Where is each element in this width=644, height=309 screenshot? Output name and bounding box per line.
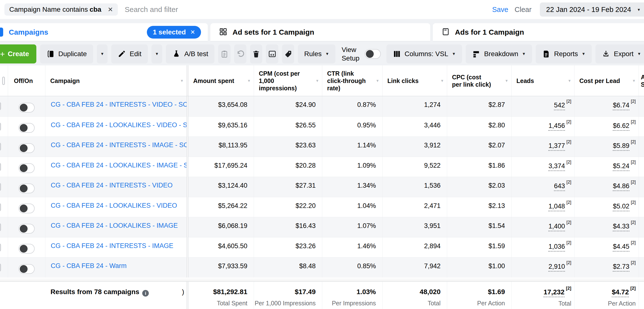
- cost-per-lead-value[interactable]: $4.86: [613, 182, 629, 191]
- tab-campaigns[interactable]: Campaigns 1 selected ✕: [0, 23, 208, 41]
- export-button[interactable]: Export ▼: [596, 45, 644, 64]
- column-header-cpm[interactable]: CPM (cost per 1,000 impressions)▼: [254, 65, 322, 96]
- campaign-link[interactable]: CG - CBA FEB 24 - LOOKALIKES - VIDEO: [51, 202, 177, 209]
- rules-button[interactable]: Rules ▼: [298, 45, 336, 64]
- info-icon[interactable]: i: [142, 290, 149, 296]
- row-checkbox[interactable]: [0, 96, 8, 116]
- cost-per-lead-value[interactable]: $4.45: [613, 243, 629, 252]
- columns-button[interactable]: Columns: VSL ▼: [386, 45, 462, 64]
- sort-icon[interactable]: ▼: [505, 79, 508, 83]
- campaign-link[interactable]: CG - CBA FEB 24 - LOOKALIKES - IMAGE - S…: [51, 162, 186, 169]
- view-setup-toggle[interactable]: [365, 49, 381, 59]
- leads-value[interactable]: 1,400: [548, 223, 565, 231]
- date-range-picker[interactable]: 22 Jan 2024 - 19 Feb 2024 ▼: [540, 3, 644, 17]
- leads-value[interactable]: 1,048: [548, 203, 565, 211]
- leads-value[interactable]: 1,377: [548, 142, 565, 151]
- campaign-link[interactable]: CG - CBA FEB 24 - LOOKALIKES - VIDEO - S…: [51, 121, 186, 129]
- campaign-toggle[interactable]: [18, 123, 35, 133]
- row-checkbox[interactable]: [0, 217, 8, 237]
- window-arrows-button[interactable]: [266, 45, 278, 64]
- sort-icon[interactable]: ▼: [632, 79, 636, 83]
- sort-icon[interactable]: ▼: [316, 79, 319, 83]
- column-header-clipped[interactable]: A S: [639, 65, 644, 96]
- campaign-link[interactable]: CG - CBA FEB 24 - Warm: [51, 262, 126, 269]
- reports-button[interactable]: Reports ▼: [536, 45, 592, 64]
- sort-icon[interactable]: ▼: [568, 79, 571, 83]
- campaign-toggle[interactable]: [18, 184, 35, 193]
- column-label: Cost per Lead: [579, 77, 620, 85]
- select-all-checkbox[interactable]: [0, 65, 8, 96]
- row-checkbox[interactable]: [0, 237, 8, 257]
- leads-value[interactable]: 1,456: [548, 122, 565, 131]
- filter-chip[interactable]: Campaign Name contains cba ✕: [4, 4, 118, 16]
- clear-filter-button[interactable]: Clear: [515, 6, 532, 14]
- leads-value[interactable]: 1,036: [548, 243, 565, 252]
- cost-per-lead-value[interactable]: $6.74: [613, 102, 629, 110]
- campaign-link[interactable]: CG - CBA FEB 24 - INTERESTS - VIDEO: [51, 182, 173, 189]
- save-filter-button[interactable]: Save: [492, 6, 508, 14]
- cost-per-lead-value[interactable]: $2.73: [613, 263, 629, 272]
- campaign-toggle[interactable]: [18, 264, 35, 274]
- undo-button[interactable]: [234, 45, 246, 64]
- sort-icon[interactable]: ▼: [440, 79, 444, 83]
- row-checkbox[interactable]: [0, 157, 8, 177]
- leads-value[interactable]: 3,374: [548, 162, 565, 171]
- cost-per-lead-value[interactable]: $6.62: [613, 122, 629, 131]
- leads-cell: 3,374[2]: [511, 157, 574, 177]
- campaign-toggle[interactable]: [18, 163, 35, 173]
- delete-button[interactable]: [250, 45, 262, 64]
- column-header-cpc[interactable]: CPC (cost per link click)▼: [447, 65, 511, 96]
- tab-ads[interactable]: Ads for 1 Campaign: [433, 23, 644, 41]
- selected-count-badge[interactable]: 1 selected ✕: [147, 26, 201, 39]
- search-input[interactable]: Search and filter: [125, 5, 492, 14]
- leads-value[interactable]: 2,910: [548, 263, 565, 272]
- edit-menu-button[interactable]: ▼: [152, 45, 162, 64]
- campaign-link[interactable]: CG - CBA FEB 24 - INTERESTS - IMAGE: [51, 242, 174, 249]
- campaign-link[interactable]: CG - CBA FEB 24 - LOOKALIKES - IMAGE: [51, 222, 178, 229]
- breakdown-button[interactable]: Breakdown ▼: [466, 45, 532, 64]
- ab-test-button[interactable]: A/B test: [166, 45, 214, 64]
- column-header-campaign[interactable]: Campaign▼: [45, 65, 186, 96]
- tab-ad-sets[interactable]: Ad sets for 1 Campaign: [210, 23, 430, 41]
- column-header-ctr[interactable]: CTR (link click-through rate)▼: [322, 65, 382, 96]
- column-header-leads[interactable]: Leads▼: [511, 65, 574, 96]
- breakdown-icon: [472, 50, 480, 58]
- campaign-toggle[interactable]: [18, 103, 35, 113]
- campaign-link[interactable]: CG - CBA FEB 24 - INTERESTS - VIDEO - SC…: [51, 101, 186, 108]
- clipboard-button[interactable]: [218, 45, 230, 64]
- row-checkbox[interactable]: [0, 137, 8, 157]
- sort-icon[interactable]: ▼: [247, 79, 251, 83]
- campaign-toggle[interactable]: [18, 204, 35, 213]
- campaign-toggle[interactable]: [18, 143, 35, 153]
- create-button[interactable]: + Create: [0, 45, 36, 64]
- view-setup-line2: Setup: [342, 54, 359, 63]
- cost-per-lead-value[interactable]: $5.02: [613, 203, 629, 211]
- row-checkbox[interactable]: [0, 177, 8, 197]
- row-checkbox[interactable]: [0, 257, 8, 277]
- duplicate-menu-button[interactable]: ▼: [97, 45, 108, 64]
- column-header-cost-per-lead[interactable]: Cost per Lead▼: [574, 65, 639, 96]
- leads-value[interactable]: 542: [554, 102, 565, 110]
- duplicate-button[interactable]: Duplicate: [40, 45, 93, 64]
- horizontal-scroll-area[interactable]: [0, 277, 644, 281]
- cpc-cell: $1.59: [447, 237, 511, 257]
- edit-button[interactable]: Edit: [111, 45, 148, 64]
- tag-button[interactable]: [282, 45, 294, 64]
- campaign-link[interactable]: CG - CBA FEB 24 - INTERESTS - IMAGE - SC…: [51, 141, 186, 149]
- sort-icon[interactable]: ▼: [180, 79, 184, 83]
- column-header-link-clicks[interactable]: Link clicks▼: [382, 65, 447, 96]
- column-header-amount-spent[interactable]: Amount spent▼: [188, 65, 254, 96]
- leads-value[interactable]: 643: [554, 182, 565, 191]
- clear-selection-icon[interactable]: ✕: [190, 29, 195, 36]
- campaign-toggle[interactable]: [18, 244, 35, 254]
- row-checkbox[interactable]: [0, 197, 8, 217]
- row-checkbox[interactable]: [0, 117, 8, 137]
- sort-icon[interactable]: ▼: [376, 79, 379, 83]
- checkbox-icon: [0, 223, 1, 231]
- cost-per-lead-value[interactable]: $5.24: [613, 162, 629, 171]
- link-clicks-cell: 3,951: [382, 217, 447, 237]
- campaign-toggle[interactable]: [18, 224, 35, 234]
- cost-per-lead-value[interactable]: $4.33: [613, 223, 629, 231]
- cost-per-lead-value[interactable]: $5.89: [613, 142, 629, 151]
- remove-filter-icon[interactable]: ✕: [108, 6, 113, 14]
